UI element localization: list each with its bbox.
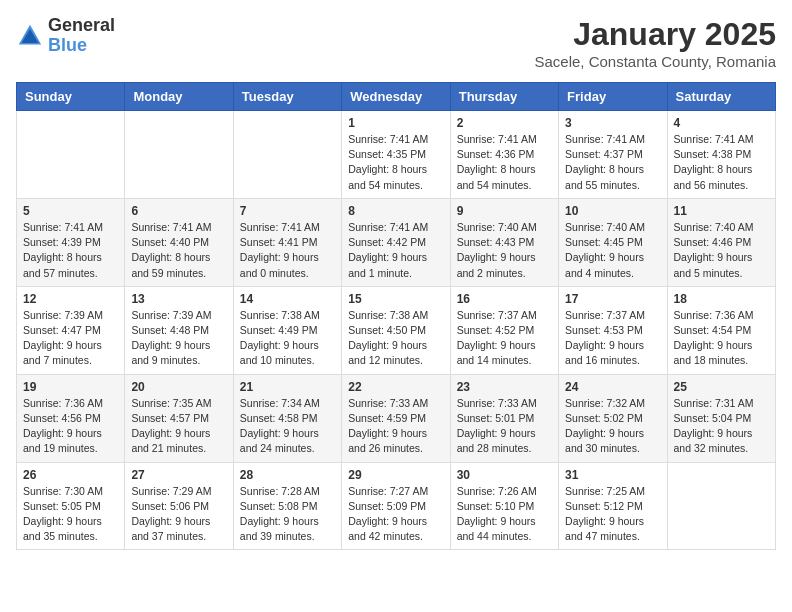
day-number: 2 (457, 116, 552, 130)
day-info: Sunrise: 7:41 AM Sunset: 4:37 PM Dayligh… (565, 132, 660, 193)
day-number: 6 (131, 204, 226, 218)
day-info: Sunrise: 7:38 AM Sunset: 4:49 PM Dayligh… (240, 308, 335, 369)
calendar-cell (125, 111, 233, 199)
calendar-cell: 31Sunrise: 7:25 AM Sunset: 5:12 PM Dayli… (559, 462, 667, 550)
calendar-header: SundayMondayTuesdayWednesdayThursdayFrid… (17, 83, 776, 111)
day-number: 20 (131, 380, 226, 394)
logo-general: General (48, 16, 115, 36)
calendar-cell: 7Sunrise: 7:41 AM Sunset: 4:41 PM Daylig… (233, 198, 341, 286)
day-number: 3 (565, 116, 660, 130)
logo-icon (16, 22, 44, 50)
day-number: 26 (23, 468, 118, 482)
day-info: Sunrise: 7:36 AM Sunset: 4:54 PM Dayligh… (674, 308, 769, 369)
logo: General Blue (16, 16, 115, 56)
day-info: Sunrise: 7:40 AM Sunset: 4:45 PM Dayligh… (565, 220, 660, 281)
calendar-cell: 28Sunrise: 7:28 AM Sunset: 5:08 PM Dayli… (233, 462, 341, 550)
weekday-header-sunday: Sunday (17, 83, 125, 111)
day-info: Sunrise: 7:33 AM Sunset: 4:59 PM Dayligh… (348, 396, 443, 457)
calendar-cell: 5Sunrise: 7:41 AM Sunset: 4:39 PM Daylig… (17, 198, 125, 286)
day-info: Sunrise: 7:36 AM Sunset: 4:56 PM Dayligh… (23, 396, 118, 457)
day-info: Sunrise: 7:30 AM Sunset: 5:05 PM Dayligh… (23, 484, 118, 545)
day-number: 1 (348, 116, 443, 130)
day-info: Sunrise: 7:37 AM Sunset: 4:52 PM Dayligh… (457, 308, 552, 369)
day-info: Sunrise: 7:41 AM Sunset: 4:39 PM Dayligh… (23, 220, 118, 281)
day-info: Sunrise: 7:41 AM Sunset: 4:41 PM Dayligh… (240, 220, 335, 281)
day-number: 19 (23, 380, 118, 394)
day-number: 31 (565, 468, 660, 482)
day-info: Sunrise: 7:37 AM Sunset: 4:53 PM Dayligh… (565, 308, 660, 369)
day-info: Sunrise: 7:38 AM Sunset: 4:50 PM Dayligh… (348, 308, 443, 369)
calendar-cell: 16Sunrise: 7:37 AM Sunset: 4:52 PM Dayli… (450, 286, 558, 374)
logo-blue: Blue (48, 36, 115, 56)
day-info: Sunrise: 7:41 AM Sunset: 4:38 PM Dayligh… (674, 132, 769, 193)
day-number: 11 (674, 204, 769, 218)
calendar-cell: 11Sunrise: 7:40 AM Sunset: 4:46 PM Dayli… (667, 198, 775, 286)
calendar-cell: 9Sunrise: 7:40 AM Sunset: 4:43 PM Daylig… (450, 198, 558, 286)
calendar-cell: 1Sunrise: 7:41 AM Sunset: 4:35 PM Daylig… (342, 111, 450, 199)
calendar-body: 1Sunrise: 7:41 AM Sunset: 4:35 PM Daylig… (17, 111, 776, 550)
day-number: 4 (674, 116, 769, 130)
day-number: 8 (348, 204, 443, 218)
day-number: 15 (348, 292, 443, 306)
day-info: Sunrise: 7:41 AM Sunset: 4:35 PM Dayligh… (348, 132, 443, 193)
calendar-cell (667, 462, 775, 550)
calendar-cell: 18Sunrise: 7:36 AM Sunset: 4:54 PM Dayli… (667, 286, 775, 374)
day-info: Sunrise: 7:40 AM Sunset: 4:46 PM Dayligh… (674, 220, 769, 281)
day-number: 28 (240, 468, 335, 482)
calendar-cell (17, 111, 125, 199)
day-info: Sunrise: 7:39 AM Sunset: 4:48 PM Dayligh… (131, 308, 226, 369)
calendar-cell: 25Sunrise: 7:31 AM Sunset: 5:04 PM Dayli… (667, 374, 775, 462)
day-number: 29 (348, 468, 443, 482)
day-number: 13 (131, 292, 226, 306)
day-info: Sunrise: 7:41 AM Sunset: 4:40 PM Dayligh… (131, 220, 226, 281)
calendar-week-1: 1Sunrise: 7:41 AM Sunset: 4:35 PM Daylig… (17, 111, 776, 199)
month-title: January 2025 (534, 16, 776, 53)
calendar-cell: 4Sunrise: 7:41 AM Sunset: 4:38 PM Daylig… (667, 111, 775, 199)
day-number: 5 (23, 204, 118, 218)
calendar-cell: 20Sunrise: 7:35 AM Sunset: 4:57 PM Dayli… (125, 374, 233, 462)
day-info: Sunrise: 7:31 AM Sunset: 5:04 PM Dayligh… (674, 396, 769, 457)
page-header: General Blue January 2025 Sacele, Consta… (16, 16, 776, 70)
calendar-cell: 8Sunrise: 7:41 AM Sunset: 4:42 PM Daylig… (342, 198, 450, 286)
calendar-cell: 24Sunrise: 7:32 AM Sunset: 5:02 PM Dayli… (559, 374, 667, 462)
calendar-cell: 10Sunrise: 7:40 AM Sunset: 4:45 PM Dayli… (559, 198, 667, 286)
calendar-cell: 13Sunrise: 7:39 AM Sunset: 4:48 PM Dayli… (125, 286, 233, 374)
calendar-cell: 14Sunrise: 7:38 AM Sunset: 4:49 PM Dayli… (233, 286, 341, 374)
calendar-week-5: 26Sunrise: 7:30 AM Sunset: 5:05 PM Dayli… (17, 462, 776, 550)
day-number: 25 (674, 380, 769, 394)
calendar-cell (233, 111, 341, 199)
calendar-cell: 6Sunrise: 7:41 AM Sunset: 4:40 PM Daylig… (125, 198, 233, 286)
day-info: Sunrise: 7:34 AM Sunset: 4:58 PM Dayligh… (240, 396, 335, 457)
day-number: 14 (240, 292, 335, 306)
day-number: 16 (457, 292, 552, 306)
day-number: 23 (457, 380, 552, 394)
day-number: 10 (565, 204, 660, 218)
calendar-week-4: 19Sunrise: 7:36 AM Sunset: 4:56 PM Dayli… (17, 374, 776, 462)
day-info: Sunrise: 7:27 AM Sunset: 5:09 PM Dayligh… (348, 484, 443, 545)
day-info: Sunrise: 7:32 AM Sunset: 5:02 PM Dayligh… (565, 396, 660, 457)
title-section: January 2025 Sacele, Constanta County, R… (534, 16, 776, 70)
day-info: Sunrise: 7:29 AM Sunset: 5:06 PM Dayligh… (131, 484, 226, 545)
day-number: 18 (674, 292, 769, 306)
location: Sacele, Constanta County, Romania (534, 53, 776, 70)
calendar-table: SundayMondayTuesdayWednesdayThursdayFrid… (16, 82, 776, 550)
calendar-week-2: 5Sunrise: 7:41 AM Sunset: 4:39 PM Daylig… (17, 198, 776, 286)
weekday-header-thursday: Thursday (450, 83, 558, 111)
day-number: 21 (240, 380, 335, 394)
calendar-week-3: 12Sunrise: 7:39 AM Sunset: 4:47 PM Dayli… (17, 286, 776, 374)
day-number: 30 (457, 468, 552, 482)
calendar-cell: 19Sunrise: 7:36 AM Sunset: 4:56 PM Dayli… (17, 374, 125, 462)
calendar-cell: 17Sunrise: 7:37 AM Sunset: 4:53 PM Dayli… (559, 286, 667, 374)
logo-text: General Blue (48, 16, 115, 56)
day-number: 9 (457, 204, 552, 218)
day-number: 7 (240, 204, 335, 218)
weekday-header-saturday: Saturday (667, 83, 775, 111)
day-info: Sunrise: 7:26 AM Sunset: 5:10 PM Dayligh… (457, 484, 552, 545)
day-number: 17 (565, 292, 660, 306)
day-info: Sunrise: 7:41 AM Sunset: 4:36 PM Dayligh… (457, 132, 552, 193)
weekday-header-wednesday: Wednesday (342, 83, 450, 111)
calendar-cell: 22Sunrise: 7:33 AM Sunset: 4:59 PM Dayli… (342, 374, 450, 462)
day-info: Sunrise: 7:40 AM Sunset: 4:43 PM Dayligh… (457, 220, 552, 281)
calendar-cell: 2Sunrise: 7:41 AM Sunset: 4:36 PM Daylig… (450, 111, 558, 199)
day-info: Sunrise: 7:25 AM Sunset: 5:12 PM Dayligh… (565, 484, 660, 545)
